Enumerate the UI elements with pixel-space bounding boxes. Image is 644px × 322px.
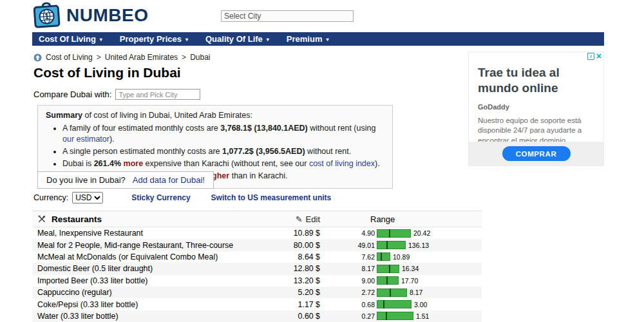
- breadcrumb-link[interactable]: United Arab Emirates: [105, 53, 178, 62]
- range-bar-fill: [377, 265, 399, 273]
- section-header: Restaurants: [32, 214, 249, 224]
- caret-down-icon: ▾: [326, 37, 328, 43]
- ad-headline[interactable]: Trae tu idea al mundo online: [478, 65, 594, 96]
- table-body: Meal, Inexpensive Restaurant10.89 $4.902…: [32, 227, 482, 322]
- summary-text: expensive than Karachi (without rent, se…: [143, 159, 309, 168]
- summary-text: (13,840.1AED): [254, 124, 307, 133]
- range-high-value: 1.51: [413, 312, 429, 320]
- ad-close-icon[interactable]: ×: [596, 53, 601, 60]
- nav-item-property-prices[interactable]: Property Prices▾: [120, 34, 188, 44]
- item-price: 5.20 $: [277, 288, 320, 297]
- range-low-value: 7.62: [320, 253, 377, 261]
- range-bar: [377, 300, 412, 308]
- compare-label: Compare Dubai with:: [33, 90, 111, 99]
- ad-footer: COMPRAR: [469, 142, 603, 166]
- range-low-value: 8.17: [320, 265, 377, 272]
- item-range: 0.683.00: [320, 300, 427, 308]
- summary-text: ).: [375, 159, 380, 168]
- nav-item-label: Premium: [287, 34, 323, 44]
- adchoices-controls: i ×: [587, 53, 601, 60]
- page: 1 NUMBEO Cost Of Living▾Property Prices▾…: [0, 0, 644, 322]
- sticky-currency-link[interactable]: Sticky Currency: [131, 193, 190, 202]
- item-range: 4.9020.42: [320, 229, 430, 238]
- range-median-marker: [386, 241, 388, 249]
- range-median-marker: [383, 300, 384, 308]
- range-high-value: 8.17: [407, 289, 422, 296]
- item-name: Meal for 2 People, Mid-range Restaurant,…: [32, 241, 277, 250]
- switch-units-link[interactable]: Switch to US measurement units: [211, 193, 332, 202]
- table-row: Water (0.33 liter bottle)0.60 $0.271.51: [32, 310, 482, 322]
- home-icon[interactable]: [33, 53, 42, 62]
- summary-text: 3,768.1$: [220, 124, 252, 133]
- item-price: 8.64 $: [277, 252, 320, 261]
- page-title: Cost of Living in Dubai: [33, 65, 181, 80]
- range-median-marker: [389, 265, 390, 273]
- summary-text: (3,956.5AED): [256, 147, 305, 156]
- breadcrumb: Cost of Living>United Arab Emirates>Duba…: [33, 53, 210, 62]
- ad-cta-button[interactable]: COMPRAR: [502, 146, 571, 161]
- breadcrumb-current: Dubai: [190, 53, 210, 62]
- summary-heading-bold: Summary: [46, 111, 82, 120]
- range-bar: [377, 289, 407, 297]
- edit-pencil-icon: ✎: [296, 214, 303, 224]
- item-name: Coke/Pepsi (0.33 liter bottle): [32, 300, 277, 309]
- item-name: McMeal at McDonalds (or Equivalent Combo…: [32, 252, 277, 261]
- adchoices-info-icon[interactable]: i: [587, 53, 594, 60]
- range-low-value: 0.27: [320, 312, 377, 320]
- numbeo-logo[interactable]: 1 NUMBEO: [33, 2, 148, 29]
- summary-link[interactable]: cost of living index: [309, 159, 375, 168]
- add-data-link[interactable]: Add data for Dubai!: [133, 175, 205, 185]
- item-name: Imported Beer (0.33 liter bottle): [32, 276, 277, 285]
- currency-row: Currency: USD Sticky Currency Switch to …: [33, 192, 331, 204]
- nav-item-quality-of-life[interactable]: Quality Of Life▾: [205, 34, 269, 44]
- utensils-icon: [37, 214, 46, 223]
- nav-item-premium[interactable]: Premium▾: [287, 34, 329, 44]
- range-high-value: 17.70: [399, 277, 418, 285]
- range-bar-fill: [377, 229, 411, 238]
- summary-text: A family of four estimated monthly costs…: [62, 124, 220, 133]
- caret-down-icon: ▾: [100, 37, 102, 43]
- summary-bullet: A family of four estimated monthly costs…: [62, 123, 384, 145]
- range-bar-fill: [377, 252, 390, 261]
- edit-label: Edit: [306, 214, 320, 224]
- item-price: 0.60 $: [277, 312, 320, 321]
- nav-item-cost-of-living[interactable]: Cost Of Living▾: [39, 34, 102, 44]
- edit-link[interactable]: ✎ Edit: [249, 214, 320, 224]
- range-bar-fill: [377, 300, 412, 308]
- item-range: 7.6210.89: [320, 252, 410, 261]
- ad-advertiser: GoDaddy: [478, 103, 594, 111]
- range-bar: [377, 241, 406, 249]
- caret-down-icon: ▾: [267, 37, 269, 43]
- item-price: 13.20 $: [277, 276, 320, 285]
- range-median-marker: [390, 289, 391, 297]
- item-name: Meal, Inexpensive Restaurant: [32, 229, 277, 238]
- table-row: Meal for 2 People, Mid-range Restaurant,…: [32, 239, 482, 251]
- item-price: 80.00 $: [277, 241, 320, 250]
- live-in-city-box: Do you live in Dubai? Add data for Dubai…: [37, 171, 214, 189]
- summary-text: 1,077.2$: [222, 147, 254, 156]
- summary-text: A single person estimated monthly costs …: [62, 147, 222, 156]
- summary-text: Dubai is: [62, 159, 94, 168]
- summary-text: more: [124, 159, 144, 168]
- select-city-input[interactable]: [221, 10, 354, 22]
- nav-item-label: Property Prices: [120, 34, 182, 44]
- currency-select[interactable]: USD: [72, 192, 103, 204]
- range-bar-fill: [377, 289, 407, 297]
- range-bar: [377, 265, 399, 273]
- svg-text:1: 1: [44, 12, 49, 21]
- compare-city-input[interactable]: [115, 89, 200, 100]
- range-bar: [377, 252, 390, 261]
- summary-bullet: A single person estimated monthly costs …: [62, 146, 384, 157]
- summary-text: without rent.: [305, 147, 352, 156]
- live-question: Do you live in Dubai?: [46, 175, 126, 185]
- item-range: 2.728.17: [320, 289, 422, 297]
- range-low-value: 49.01: [320, 242, 377, 249]
- breadcrumb-link[interactable]: Cost of Living: [46, 53, 93, 62]
- table-row: Coke/Pepsi (0.33 liter bottle)1.17 $0.68…: [32, 298, 482, 310]
- item-price: 12.80 $: [277, 264, 320, 273]
- range-high-value: 16.34: [399, 265, 419, 272]
- range-bar: [377, 312, 413, 320]
- summary-heading-rest: of cost of living in Dubai, United Arab …: [82, 111, 252, 120]
- range-low-value: 9.00: [320, 277, 377, 285]
- summary-link[interactable]: our estimator: [62, 135, 109, 144]
